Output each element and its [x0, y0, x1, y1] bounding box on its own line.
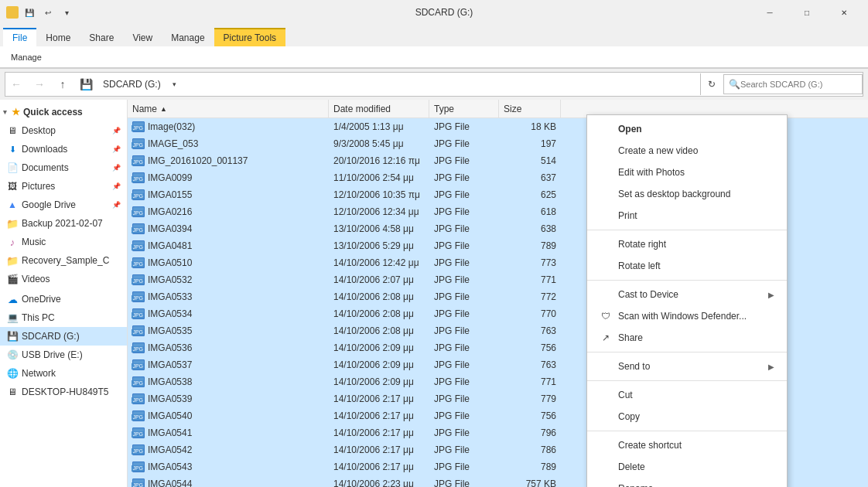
network-icon — [6, 367, 19, 380]
file-size-cell: 771 — [499, 373, 561, 390]
file-name: IMGA0510 — [148, 257, 192, 268]
context-menu-item[interactable]: Rotate left — [587, 255, 787, 277]
context-menu-item[interactable]: Cut — [587, 384, 787, 406]
sidebar-item-desktop-pc[interactable]: DESKTOP-HU849T5 — [0, 383, 127, 401]
sidebar-item-thispc[interactable]: This PC — [0, 308, 127, 327]
picture-icon — [6, 180, 19, 192]
sidebar-item-recovery[interactable]: Recovery_Sample_C — [0, 251, 127, 270]
ctx-item-label: Share — [618, 332, 643, 343]
file-name-cell: JPG IMG_20161020_001137 — [128, 152, 329, 169]
file-date-cell: 14/10/2006 2:17 μμ — [329, 424, 429, 441]
file-name: IMGA0540 — [148, 410, 192, 421]
forward-button[interactable]: → — [29, 73, 50, 95]
sidebar-item-pictures[interactable]: Pictures 📌 — [0, 177, 127, 196]
context-menu-item[interactable]: 🛡Scan with Windows Defender... — [587, 305, 787, 327]
file-name: IMG_20161020_001137 — [148, 155, 248, 166]
tab-home[interactable]: Home — [36, 28, 80, 46]
sidebar-item-videos[interactable]: Videos — [0, 270, 127, 288]
sidebar-item-desktop[interactable]: Desktop 📌 — [0, 121, 127, 140]
file-date-cell: 12/10/2006 12:34 μμ — [329, 203, 429, 220]
gdrive-icon — [6, 199, 19, 211]
context-menu-item[interactable]: Rotate right — [587, 233, 787, 255]
ctx-item-icon — [600, 410, 612, 423]
file-date-cell: 14/10/2006 12:42 μμ — [329, 254, 429, 271]
context-menu-item[interactable]: Edit with Photos — [587, 162, 787, 183]
minimize-button[interactable]: ─ — [752, 0, 788, 25]
address-path[interactable]: SDCARD (G:) ▾ — [98, 73, 699, 95]
file-size-cell: 197 — [499, 135, 561, 152]
quick-access-header[interactable]: ▾ ★ Quick access — [0, 103, 127, 121]
jpg-file-icon: JPG — [132, 274, 145, 285]
sidebar-item-network[interactable]: Network — [0, 364, 127, 383]
sidebar-item-usb[interactable]: USB Drive (E:) — [0, 346, 127, 364]
tab-manage[interactable]: Manage — [162, 28, 214, 46]
sidebar-item-usb-label: USB Drive (E:) — [22, 349, 83, 360]
context-menu-item[interactable]: Open — [587, 118, 787, 140]
sidebar-item-backup[interactable]: Backup 2021-02-07 — [0, 214, 127, 233]
up-button[interactable]: ↑ — [52, 73, 73, 95]
ctx-item-icon — [600, 439, 612, 451]
file-size-cell: 625 — [499, 186, 561, 203]
context-menu-item[interactable]: Cast to Device▶ — [587, 284, 787, 305]
ctx-item-label: Print — [618, 210, 637, 221]
qat-undo[interactable]: ↩ — [40, 5, 56, 20]
tab-picture-tools[interactable]: Picture Tools — [214, 28, 285, 46]
file-size-cell: 756 — [499, 407, 561, 424]
file-date-cell: 14/10/2006 2:09 μμ — [329, 339, 429, 356]
video-icon — [6, 273, 19, 285]
file-name-cell: JPG IMGA0099 — [128, 169, 329, 186]
file-name: IMGA0542 — [148, 444, 192, 455]
file-name-cell: JPG Image(032) — [128, 118, 329, 135]
context-menu-item[interactable]: ↗Share — [587, 327, 787, 349]
jpg-file-icon: JPG — [132, 393, 145, 404]
maximize-button[interactable]: □ — [789, 0, 825, 25]
context-menu-separator — [587, 431, 787, 431]
file-date-cell: 14/10/2006 2:09 μμ — [329, 373, 429, 390]
file-size-cell: 796 — [499, 424, 561, 441]
sidebar: ▾ ★ Quick access Desktop 📌 Downloads 📌 D… — [0, 100, 128, 487]
sidebar-item-music[interactable]: Music — [0, 233, 127, 251]
context-menu-item[interactable]: Send to▶ — [587, 356, 787, 377]
tab-share[interactable]: Share — [80, 28, 123, 46]
folder-icon-2 — [6, 254, 19, 267]
sidebar-item-documents[interactable]: Documents 📌 — [0, 158, 127, 177]
context-menu-item[interactable]: Print — [587, 205, 787, 226]
qat-dropdown[interactable]: ▾ — [59, 5, 74, 20]
context-menu-item[interactable]: Delete — [587, 456, 787, 478]
tab-view[interactable]: View — [123, 28, 162, 46]
sidebar-item-thispc-label: This PC — [22, 312, 55, 323]
col-header-size[interactable]: Size — [499, 100, 561, 117]
context-menu-item[interactable]: Rename — [587, 478, 787, 487]
context-menu-item[interactable]: Set as desktop background — [587, 183, 787, 205]
file-size-cell: 638 — [499, 220, 561, 237]
ctx-item-label: Scan with Windows Defender... — [618, 311, 747, 322]
context-menu-item[interactable]: Copy — [587, 406, 787, 427]
file-name-cell: JPG IMGA0543 — [128, 458, 329, 475]
ribbon-manage-btn[interactable]: Manage — [6, 51, 46, 63]
address-chevron[interactable]: ▾ — [164, 73, 186, 95]
qat-save[interactable]: 💾 — [22, 5, 37, 20]
context-menu-item[interactable]: Create shortcut — [587, 434, 787, 456]
file-name: IMGA0481 — [148, 240, 192, 251]
ctx-item-label: Edit with Photos — [618, 167, 685, 178]
pin-icon-5: 📌 — [112, 201, 121, 209]
close-button[interactable]: ✕ — [826, 0, 862, 25]
jpg-file-icon: JPG — [132, 121, 145, 132]
sidebar-item-gdrive[interactable]: Google Drive 📌 — [0, 196, 127, 214]
col-header-name[interactable]: Name ▲ — [128, 100, 329, 117]
col-header-date[interactable]: Date modified — [329, 100, 429, 117]
tab-file[interactable]: File — [3, 28, 36, 46]
file-name-cell: JPG IMGA0481 — [128, 237, 329, 254]
file-name: IMGA0534 — [148, 308, 192, 319]
onedrive-icon — [6, 293, 19, 305]
sidebar-item-sdcard[interactable]: SDCARD (G:) — [0, 327, 127, 346]
file-name: IMGA0541 — [148, 427, 192, 438]
sidebar-item-downloads[interactable]: Downloads 📌 — [0, 140, 127, 158]
search-input[interactable] — [740, 80, 849, 89]
context-menu-item[interactable]: Create a new video — [587, 140, 787, 162]
file-size-cell: 618 — [499, 203, 561, 220]
refresh-button[interactable]: ↻ — [700, 73, 722, 95]
back-button[interactable]: ← — [5, 73, 27, 95]
col-header-type[interactable]: Type — [429, 100, 499, 117]
sidebar-item-onedrive[interactable]: OneDrive — [0, 290, 127, 308]
